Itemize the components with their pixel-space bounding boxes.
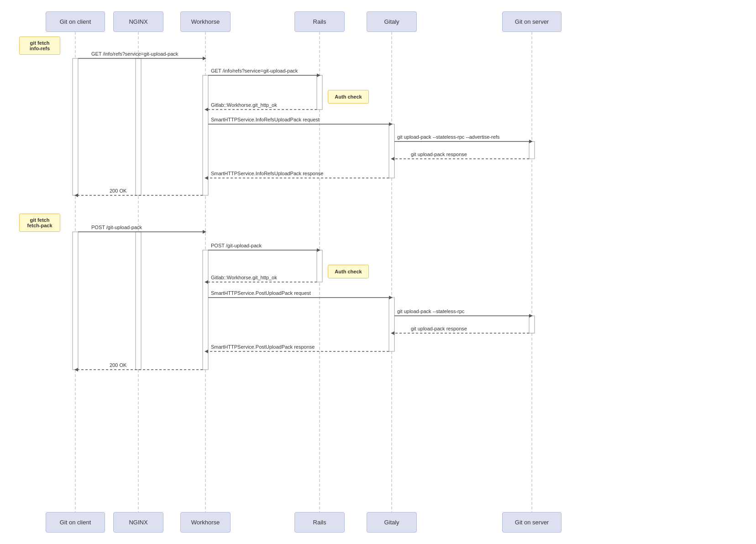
svg-marker-43 — [203, 230, 206, 234]
svg-rect-8 — [203, 75, 208, 195]
svg-text:SmartHTTPService.PostUploadPac: SmartHTTPService.PostUploadPack request — [211, 290, 311, 296]
svg-marker-52 — [389, 296, 393, 299]
svg-rect-11 — [529, 141, 535, 159]
actor-rails-bottom: Rails — [294, 512, 345, 533]
note-auth-check-1: Auth check — [328, 90, 369, 104]
actor-git-client-top: Git on client — [46, 11, 105, 32]
svg-marker-55 — [529, 314, 533, 318]
note-git-fetch-fetch-pack: git fetchfetch-pack — [19, 214, 60, 232]
svg-text:Gitlab::Workhorse.git_http_ok: Gitlab::Workhorse.git_http_ok — [211, 102, 277, 108]
actor-nginx-bottom: NGINX — [113, 512, 163, 533]
svg-rect-17 — [529, 316, 535, 333]
svg-marker-31 — [529, 140, 533, 143]
svg-text:git upload-pack response: git upload-pack response — [411, 326, 467, 331]
actor-gitaly-top: Gitaly — [367, 11, 417, 32]
svg-rect-13 — [136, 232, 141, 370]
svg-text:200 OK: 200 OK — [110, 188, 127, 194]
svg-text:SmartHTTPService.PostUploadPac: SmartHTTPService.PostUploadPack response — [211, 344, 315, 350]
actor-gitaly-bottom: Gitaly — [367, 512, 417, 533]
note-git-fetch-info-refs: git fetchinfo-refs — [19, 37, 60, 55]
svg-text:SmartHTTPService.InfoRefsUploa: SmartHTTPService.InfoRefsUploadPack requ… — [211, 117, 320, 122]
svg-text:GET /info/refs?service=git-upl: GET /info/refs?service=git-upload-pack — [91, 51, 178, 57]
actor-rails-top: Rails — [294, 11, 345, 32]
svg-rect-9 — [317, 75, 322, 110]
svg-text:GET /info/refs?service=git-upl: GET /info/refs?service=git-upload-pack — [211, 68, 298, 73]
svg-marker-49 — [205, 280, 208, 284]
svg-rect-14 — [203, 250, 208, 370]
svg-marker-58 — [391, 331, 394, 335]
svg-text:git upload-pack --stateless-rp: git upload-pack --stateless-rpc --advert… — [397, 134, 500, 140]
actor-nginx-top: NGINX — [113, 11, 163, 32]
diagram-svg: GET /info/refs?service=git-upload-pack G… — [0, 0, 756, 544]
svg-marker-40 — [74, 194, 78, 197]
svg-text:git upload-pack --stateless-rp: git upload-pack --stateless-rpc — [397, 309, 465, 314]
actor-workhorse-bottom: Workhorse — [180, 512, 231, 533]
svg-marker-64 — [74, 368, 78, 371]
svg-marker-61 — [205, 350, 208, 353]
svg-marker-46 — [317, 248, 320, 252]
svg-text:git upload-pack response: git upload-pack response — [411, 152, 467, 157]
svg-rect-10 — [389, 124, 394, 178]
svg-rect-12 — [73, 232, 78, 370]
svg-rect-7 — [136, 58, 141, 195]
svg-marker-37 — [205, 176, 208, 180]
svg-rect-6 — [73, 58, 78, 195]
svg-marker-28 — [389, 122, 393, 126]
svg-marker-34 — [391, 157, 394, 161]
actor-git-server-bottom: Git on server — [502, 512, 562, 533]
actor-git-client-bottom: Git on client — [46, 512, 105, 533]
sequence-diagram: GET /info/refs?service=git-upload-pack G… — [0, 0, 756, 544]
actor-git-server-top: Git on server — [502, 11, 562, 32]
svg-text:Gitlab::Workhorse.git_http_ok: Gitlab::Workhorse.git_http_ok — [211, 275, 277, 280]
note-auth-check-2: Auth check — [328, 265, 369, 278]
svg-text:POST /git-upload-pack: POST /git-upload-pack — [91, 225, 142, 230]
svg-text:200 OK: 200 OK — [110, 362, 127, 368]
svg-rect-15 — [317, 250, 322, 282]
svg-text:POST /git-upload-pack: POST /git-upload-pack — [211, 243, 262, 248]
svg-rect-16 — [389, 298, 394, 351]
svg-marker-22 — [317, 73, 320, 77]
svg-marker-19 — [203, 57, 206, 60]
actor-workhorse-top: Workhorse — [180, 11, 231, 32]
svg-text:SmartHTTPService.InfoRefsUploa: SmartHTTPService.InfoRefsUploadPack resp… — [211, 171, 323, 176]
svg-marker-25 — [205, 108, 208, 111]
